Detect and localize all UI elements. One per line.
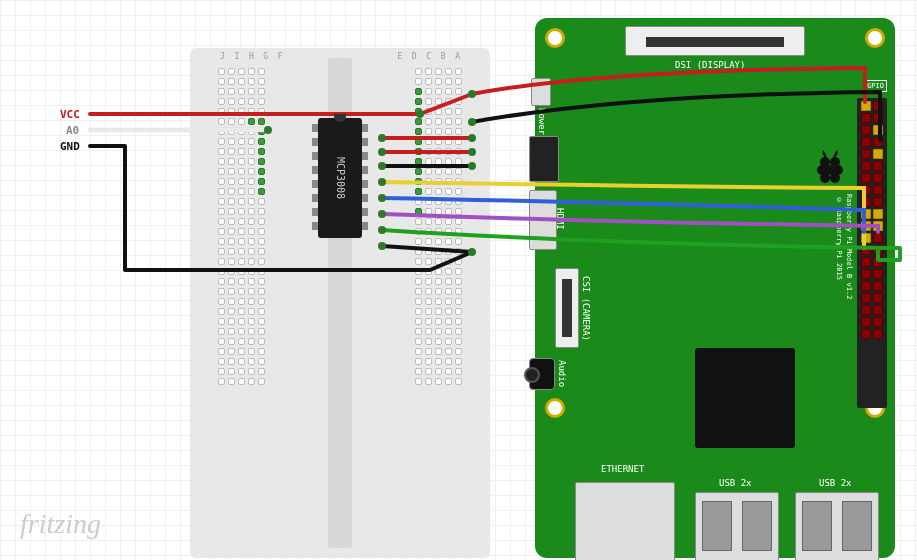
pi-power-port (531, 78, 551, 106)
pi-sd-slot (529, 136, 559, 182)
audio-jack-ring (524, 367, 540, 383)
pi-soc-chip (695, 348, 795, 448)
pi-gpio-label: GPIO (864, 80, 887, 92)
pi-mount-hole (545, 28, 565, 48)
pi-ethernet-label: ETHERNET (601, 464, 644, 474)
raspberry-pi-board: DSI (DISPLAY) Power HDMI CSI (CAMERA) Au… (535, 18, 895, 558)
pi-mount-hole (545, 398, 565, 418)
pi-ethernet-port (575, 482, 675, 560)
label-vcc: VCC (60, 108, 80, 121)
pi-model-label: Raspberry Pi Model B v1.2 (845, 194, 853, 299)
pi-csi-port (555, 268, 579, 348)
usb-slot (842, 501, 872, 551)
breadboard-col-label-left: J I H G F (220, 52, 283, 61)
dsi-connector-slot (646, 37, 784, 47)
svg-point-5 (820, 173, 830, 183)
pi-hdmi-label: HDMI (555, 208, 565, 230)
chip-label: MCP3008 (335, 157, 346, 199)
pi-mount-hole (865, 28, 885, 48)
label-a0: A0 (66, 124, 79, 137)
pi-hdmi-port (529, 190, 557, 250)
breadboard-strip-right (415, 68, 462, 385)
pi-csi-label: CSI (CAMERA) (581, 276, 591, 341)
pi-usb-port-2 (795, 492, 879, 560)
pi-audio-jack (529, 358, 555, 390)
pi-copyright-label: © Raspberry Pi 2015 (835, 196, 843, 280)
raspberry-pi-logo-icon (815, 148, 845, 186)
usb-slot (802, 501, 832, 551)
breadboard-strip-left (218, 68, 265, 385)
pi-usb-label-2: USB 2x (819, 478, 852, 488)
pi-power-label: Power (537, 108, 547, 135)
pi-usb-label-1: USB 2x (719, 478, 752, 488)
pi-dsi-port (625, 26, 805, 56)
pi-audio-label: Audio (557, 360, 567, 387)
label-gnd: GND (60, 140, 80, 153)
pi-dsi-label: DSI (DISPLAY) (675, 60, 745, 70)
breadboard-col-label-right: E D C B A (397, 52, 460, 61)
mcp3008-chip: MCP3008 (318, 118, 362, 238)
usb-slot (702, 501, 732, 551)
csi-connector-slot (562, 279, 572, 337)
fritzing-watermark: fritzing (20, 508, 101, 540)
svg-point-6 (830, 173, 840, 183)
usb-slot (742, 501, 772, 551)
pi-usb-port-1 (695, 492, 779, 560)
pi-gpio-header (857, 98, 887, 408)
chip-notch (334, 114, 346, 122)
